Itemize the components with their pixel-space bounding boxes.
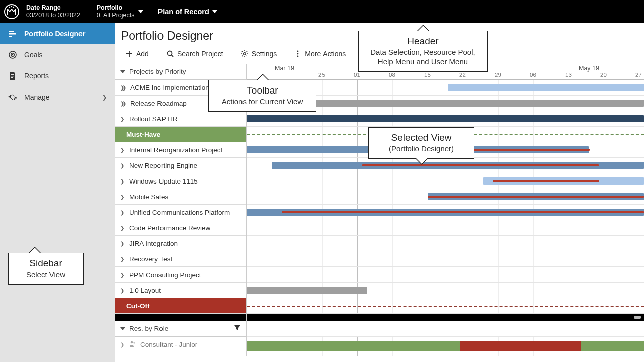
sidebar-item-manage[interactable]: Manage ❯ <box>0 86 115 108</box>
svg-point-19 <box>131 341 133 344</box>
chevron-right-icon: ❯ <box>120 163 125 168</box>
svg-rect-12 <box>11 77 13 78</box>
section-must-have[interactable]: Must-Have <box>115 127 246 142</box>
project-row[interactable]: ❯Unified Communications Platform <box>115 205 246 220</box>
row-label: Cut-Off <box>126 302 149 310</box>
toolbar-label: More Actions <box>305 50 346 58</box>
date-range-value: 03/2018 to 03/2022 <box>26 12 80 19</box>
group-header-resources[interactable]: Res. by Role <box>115 321 246 337</box>
project-row[interactable]: ❯Recovery Test <box>115 251 246 267</box>
callout-pointer-icon <box>256 74 269 80</box>
sidebar-item-label: Reports <box>24 72 49 80</box>
gantt-overrun-bar[interactable] <box>493 180 599 182</box>
portfolio-label: Portfolio <box>97 4 135 12</box>
svg-line-14 <box>171 55 173 57</box>
sidebar-item-goals[interactable]: Goals <box>0 44 115 65</box>
search-icon <box>166 50 174 58</box>
settings-button[interactable]: Settings <box>240 50 277 58</box>
row-label: Unified Communications Platform <box>129 209 230 216</box>
gantt-bar[interactable] <box>448 84 644 91</box>
chevron-right-icon: ❯ <box>120 178 125 184</box>
project-row[interactable]: ❯Code Performance Review <box>115 220 246 236</box>
person-icon <box>129 340 136 349</box>
collapse-icon <box>120 70 125 73</box>
gantt-overrun-bar[interactable] <box>362 164 599 166</box>
row-label: 1.0 Layout <box>129 287 161 294</box>
sidebar-item-label: Manage <box>24 93 50 101</box>
date-range-selector[interactable]: Date Range 03/2018 to 03/2022 <box>26 4 80 19</box>
search-project-button[interactable]: Search Project <box>166 50 223 58</box>
project-row[interactable]: ❯New Reporting Engine <box>115 158 246 173</box>
project-row[interactable]: ❯Mobile Sales <box>115 189 246 205</box>
sidebar-item-portfolio-designer[interactable]: Portfolio Designer <box>0 23 115 44</box>
filter-icon[interactable] <box>234 324 241 333</box>
callout-subtitle: Help Menu and User Menu <box>368 57 478 66</box>
sidebar: Portfolio Designer Goals Reports Manage … <box>0 23 115 362</box>
project-row[interactable]: ❯1.0 Layout <box>115 283 246 298</box>
project-row[interactable]: ❯JIRA Integration <box>115 236 246 251</box>
scenario-selector[interactable]: Plan of Record <box>157 8 217 16</box>
callout-title: Selected View <box>378 132 465 144</box>
add-button[interactable]: Add <box>125 50 149 58</box>
chevron-right-icon: ❯ <box>120 225 125 231</box>
utilization-bar[interactable] <box>460 341 581 351</box>
svg-point-2 <box>11 6 12 7</box>
svg-point-18 <box>297 56 299 57</box>
svg-point-13 <box>167 51 172 56</box>
chevron-down-icon <box>138 10 143 13</box>
sidebar-item-label: Goals <box>24 51 43 59</box>
app-header: Date Range 03/2018 to 03/2022 Portfolio … <box>0 0 644 23</box>
more-actions-button[interactable]: More Actions <box>294 50 346 58</box>
callout-pointer-icon <box>417 25 430 31</box>
toolbar-label: Search Project <box>177 50 223 58</box>
group-label: Res. by Role <box>129 325 168 332</box>
svg-rect-10 <box>11 74 14 75</box>
chevron-right-icon: ❯ <box>120 116 125 122</box>
svg-rect-5 <box>9 33 16 35</box>
chevron-right-icon: ❯ <box>120 147 125 153</box>
utilization-bar[interactable] <box>247 341 460 351</box>
document-icon <box>8 71 17 80</box>
project-row[interactable]: ❯Windows Update 1115 <box>115 173 246 189</box>
splitter-handle[interactable]: ┋ <box>247 180 247 187</box>
gear-icon <box>8 93 17 102</box>
separator-bar <box>247 314 644 321</box>
row-label: Release Roadmap <box>130 100 187 107</box>
gantt-overrun-bar[interactable] <box>282 211 644 213</box>
tick-label: 27 <box>635 72 642 78</box>
row-label: Windows Update 1115 <box>129 177 198 185</box>
callout-pointer-icon <box>415 158 428 165</box>
resource-row[interactable]: ❯ Consultant - Junior <box>115 337 246 352</box>
callout-title: Toolbar <box>218 84 307 97</box>
gantt-icon <box>8 29 17 38</box>
group-label: Projects by Priority <box>129 68 186 75</box>
svg-point-17 <box>297 53 299 55</box>
gantt-overrun-bar[interactable] <box>428 196 644 198</box>
svg-point-16 <box>297 51 299 52</box>
chevron-right-icon: ❯ <box>120 342 125 347</box>
project-row[interactable]: ❯PPM Consulting Project <box>115 267 246 283</box>
utilization-bar[interactable] <box>581 341 644 351</box>
target-icon <box>8 50 17 59</box>
project-row[interactable]: ❯Rollout SAP HR <box>115 111 246 127</box>
gantt-bar[interactable] <box>247 115 644 122</box>
row-label: JIRA Integration <box>129 240 178 247</box>
app-logo[interactable] <box>0 0 23 23</box>
sidebar-item-reports[interactable]: Reports <box>0 65 115 86</box>
svg-point-15 <box>243 53 246 55</box>
row-label: Code Performance Review <box>129 224 210 232</box>
chevron-down-icon <box>212 10 217 13</box>
tick-label: 25 <box>318 72 325 78</box>
callout-title: Header <box>368 35 478 47</box>
month-label: May 19 <box>579 65 599 72</box>
tick-label: 15 <box>424 72 431 78</box>
section-cut-off[interactable]: Cut-Off <box>115 298 246 314</box>
scenario-label: Plan of Record <box>157 8 209 16</box>
portfolio-selector[interactable]: Portfolio 0. All Projects <box>97 4 135 19</box>
gantt-bar[interactable] <box>247 287 367 294</box>
group-header-projects[interactable]: Projects by Priority <box>115 64 246 80</box>
svg-point-3 <box>13 7 14 8</box>
row-label: ACME Inc Implementation <box>130 84 209 92</box>
project-row[interactable]: ❯Internal Reorganization Project <box>115 142 246 158</box>
expand-all-icon: ❯❯ <box>120 85 124 90</box>
